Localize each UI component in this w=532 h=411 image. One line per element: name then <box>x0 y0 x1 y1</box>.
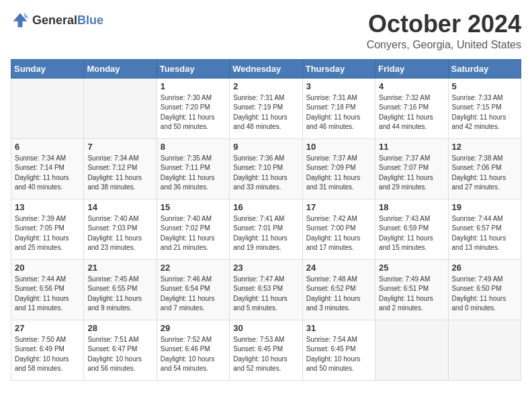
svg-marker-2 <box>24 12 28 18</box>
day-info: Sunrise: 7:33 AMSunset: 7:15 PMDaylight:… <box>452 93 517 132</box>
day-info: Sunrise: 7:39 AMSunset: 7:05 PMDaylight:… <box>15 214 80 253</box>
day-info: Sunrise: 7:45 AMSunset: 6:55 PMDaylight:… <box>87 275 152 314</box>
day-cell: 5Sunrise: 7:33 AMSunset: 7:15 PMDaylight… <box>448 78 521 138</box>
day-cell: 8Sunrise: 7:35 AMSunset: 7:11 PMDaylight… <box>157 138 229 199</box>
day-number: 28 <box>87 323 152 333</box>
day-cell: 15Sunrise: 7:40 AMSunset: 7:02 PMDayligh… <box>157 199 229 259</box>
weekday-header-row: SundayMondayTuesdayWednesdayThursdayFrid… <box>11 59 521 78</box>
day-cell: 16Sunrise: 7:41 AMSunset: 7:01 PMDayligh… <box>230 199 302 259</box>
day-cell <box>84 78 157 138</box>
day-info: Sunrise: 7:53 AMSunset: 6:45 PMDaylight:… <box>233 335 298 374</box>
logo-blue: Blue <box>77 13 103 27</box>
week-row-3: 13Sunrise: 7:39 AMSunset: 7:05 PMDayligh… <box>11 199 521 259</box>
day-cell: 1Sunrise: 7:30 AMSunset: 7:20 PMDaylight… <box>157 78 229 138</box>
day-cell: 12Sunrise: 7:38 AMSunset: 7:06 PMDayligh… <box>448 138 521 199</box>
day-cell: 28Sunrise: 7:51 AMSunset: 6:47 PMDayligh… <box>84 320 157 380</box>
day-cell: 11Sunrise: 7:37 AMSunset: 7:07 PMDayligh… <box>375 138 448 199</box>
day-info: Sunrise: 7:35 AMSunset: 7:11 PMDaylight:… <box>161 154 226 193</box>
day-number: 6 <box>15 142 80 152</box>
day-number: 23 <box>233 263 298 273</box>
day-number: 29 <box>161 323 226 333</box>
day-number: 11 <box>379 142 444 152</box>
weekday-header-tuesday: Tuesday <box>157 59 229 78</box>
day-number: 1 <box>161 81 226 91</box>
day-cell: 29Sunrise: 7:52 AMSunset: 6:46 PMDayligh… <box>157 320 229 380</box>
day-number: 2 <box>233 81 298 91</box>
weekday-header-friday: Friday <box>375 59 448 78</box>
day-info: Sunrise: 7:31 AMSunset: 7:19 PMDaylight:… <box>233 93 298 132</box>
week-row-4: 20Sunrise: 7:44 AMSunset: 6:56 PMDayligh… <box>11 259 521 320</box>
day-cell <box>448 320 521 380</box>
day-number: 7 <box>87 142 152 152</box>
day-cell: 10Sunrise: 7:37 AMSunset: 7:09 PMDayligh… <box>302 138 375 199</box>
day-info: Sunrise: 7:44 AMSunset: 6:57 PMDaylight:… <box>452 214 517 253</box>
day-number: 5 <box>452 81 517 91</box>
day-info: Sunrise: 7:40 AMSunset: 7:02 PMDaylight:… <box>161 214 226 253</box>
day-cell: 6Sunrise: 7:34 AMSunset: 7:14 PMDaylight… <box>11 138 84 199</box>
logo: GeneralBlue <box>11 11 103 30</box>
day-info: Sunrise: 7:31 AMSunset: 7:18 PMDaylight:… <box>306 93 371 132</box>
calendar: SundayMondayTuesdayWednesdayThursdayFrid… <box>11 59 521 381</box>
day-cell <box>375 320 448 380</box>
weekday-header-wednesday: Wednesday <box>230 59 302 78</box>
day-cell: 26Sunrise: 7:49 AMSunset: 6:50 PMDayligh… <box>448 259 521 320</box>
day-number: 18 <box>379 202 444 212</box>
day-number: 25 <box>379 263 444 273</box>
page-header: GeneralBlue October 2024 Conyers, Georgi… <box>11 11 521 51</box>
day-cell: 17Sunrise: 7:42 AMSunset: 7:00 PMDayligh… <box>302 199 375 259</box>
day-cell: 7Sunrise: 7:34 AMSunset: 7:12 PMDaylight… <box>84 138 157 199</box>
day-number: 31 <box>306 323 371 333</box>
day-cell: 21Sunrise: 7:45 AMSunset: 6:55 PMDayligh… <box>84 259 157 320</box>
day-number: 26 <box>452 263 517 273</box>
day-cell: 24Sunrise: 7:48 AMSunset: 6:52 PMDayligh… <box>302 259 375 320</box>
day-cell: 22Sunrise: 7:46 AMSunset: 6:54 PMDayligh… <box>157 259 229 320</box>
day-info: Sunrise: 7:34 AMSunset: 7:12 PMDaylight:… <box>87 154 152 193</box>
title-area: October 2024 Conyers, Georgia, United St… <box>367 11 521 51</box>
day-info: Sunrise: 7:32 AMSunset: 7:16 PMDaylight:… <box>379 93 444 132</box>
day-info: Sunrise: 7:38 AMSunset: 7:06 PMDaylight:… <box>452 154 517 193</box>
day-info: Sunrise: 7:37 AMSunset: 7:09 PMDaylight:… <box>306 154 371 193</box>
day-cell: 9Sunrise: 7:36 AMSunset: 7:10 PMDaylight… <box>230 138 302 199</box>
day-cell: 20Sunrise: 7:44 AMSunset: 6:56 PMDayligh… <box>11 259 84 320</box>
logo-general: General <box>32 13 77 27</box>
day-number: 15 <box>161 202 226 212</box>
weekday-header-thursday: Thursday <box>302 59 375 78</box>
day-cell: 30Sunrise: 7:53 AMSunset: 6:45 PMDayligh… <box>230 320 302 380</box>
day-info: Sunrise: 7:41 AMSunset: 7:01 PMDaylight:… <box>233 214 298 253</box>
day-cell <box>11 78 84 138</box>
day-number: 16 <box>233 202 298 212</box>
day-number: 21 <box>87 263 152 273</box>
day-cell: 23Sunrise: 7:47 AMSunset: 6:53 PMDayligh… <box>230 259 302 320</box>
day-number: 3 <box>306 81 371 91</box>
day-info: Sunrise: 7:52 AMSunset: 6:46 PMDaylight:… <box>161 335 226 374</box>
day-number: 12 <box>452 142 517 152</box>
day-info: Sunrise: 7:40 AMSunset: 7:03 PMDaylight:… <box>87 214 152 253</box>
day-number: 10 <box>306 142 371 152</box>
day-info: Sunrise: 7:47 AMSunset: 6:53 PMDaylight:… <box>233 275 298 314</box>
day-cell: 14Sunrise: 7:40 AMSunset: 7:03 PMDayligh… <box>84 199 157 259</box>
day-info: Sunrise: 7:37 AMSunset: 7:07 PMDaylight:… <box>379 154 444 193</box>
day-info: Sunrise: 7:36 AMSunset: 7:10 PMDaylight:… <box>233 154 298 193</box>
day-info: Sunrise: 7:30 AMSunset: 7:20 PMDaylight:… <box>161 93 226 132</box>
day-cell: 3Sunrise: 7:31 AMSunset: 7:18 PMDaylight… <box>302 78 375 138</box>
day-info: Sunrise: 7:50 AMSunset: 6:49 PMDaylight:… <box>15 335 80 374</box>
week-row-5: 27Sunrise: 7:50 AMSunset: 6:49 PMDayligh… <box>11 320 521 380</box>
day-number: 19 <box>452 202 517 212</box>
day-info: Sunrise: 7:44 AMSunset: 6:56 PMDaylight:… <box>15 275 80 314</box>
day-cell: 19Sunrise: 7:44 AMSunset: 6:57 PMDayligh… <box>448 199 521 259</box>
day-info: Sunrise: 7:51 AMSunset: 6:47 PMDaylight:… <box>87 335 152 374</box>
day-number: 9 <box>233 142 298 152</box>
day-cell: 18Sunrise: 7:43 AMSunset: 6:59 PMDayligh… <box>375 199 448 259</box>
day-cell: 2Sunrise: 7:31 AMSunset: 7:19 PMDaylight… <box>230 78 302 138</box>
day-info: Sunrise: 7:48 AMSunset: 6:52 PMDaylight:… <box>306 275 371 314</box>
day-info: Sunrise: 7:42 AMSunset: 7:00 PMDaylight:… <box>306 214 371 253</box>
day-number: 4 <box>379 81 444 91</box>
day-number: 27 <box>15 323 80 333</box>
month-title: October 2024 <box>367 11 521 38</box>
day-cell: 25Sunrise: 7:49 AMSunset: 6:51 PMDayligh… <box>375 259 448 320</box>
day-cell: 4Sunrise: 7:32 AMSunset: 7:16 PMDaylight… <box>375 78 448 138</box>
day-info: Sunrise: 7:46 AMSunset: 6:54 PMDaylight:… <box>161 275 226 314</box>
logo-icon <box>11 11 30 30</box>
day-number: 14 <box>87 202 152 212</box>
day-number: 30 <box>233 323 298 333</box>
